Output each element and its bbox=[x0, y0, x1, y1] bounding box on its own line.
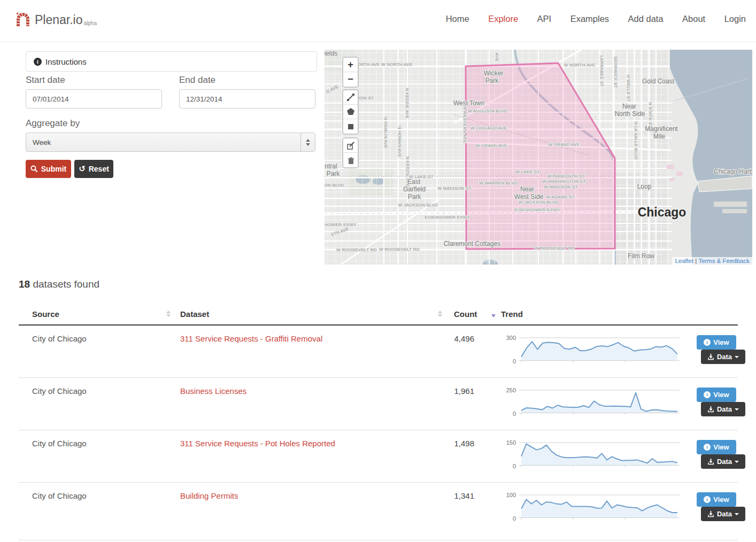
map-label: ields bbox=[325, 50, 337, 57]
caret-down-icon bbox=[735, 408, 739, 411]
map-label: East bbox=[407, 178, 421, 185]
map-label: Claremont Cottages bbox=[444, 240, 501, 247]
search-icon bbox=[30, 165, 38, 173]
sort-desc-icon[interactable] bbox=[491, 314, 496, 318]
data-button[interactable]: Data bbox=[701, 454, 745, 469]
results-suffix: datasets found bbox=[33, 278, 99, 290]
terms-feedback-link[interactable]: Terms & Feedback bbox=[698, 258, 750, 264]
map-label: ORTH AVE W NORTH AVE bbox=[357, 62, 412, 67]
map-label: EISENHOWER EXWY bbox=[515, 207, 560, 212]
sort-icon-source[interactable] bbox=[166, 311, 171, 317]
aggregate-select[interactable]: Week bbox=[26, 133, 315, 152]
map-label: North Side bbox=[615, 110, 645, 118]
count-cell: 1,961 bbox=[409, 386, 474, 396]
map-label: W LAKE ST bbox=[515, 169, 539, 174]
trend-cell: 1500 bbox=[501, 430, 685, 473]
nav-add-data[interactable]: Add data bbox=[628, 14, 664, 24]
nav-home[interactable]: Home bbox=[446, 14, 469, 24]
draw-polygon-icon[interactable] bbox=[343, 105, 358, 119]
map-label: LARRABEE ST bbox=[599, 56, 604, 87]
view-button[interactable]: iView bbox=[697, 335, 736, 350]
map-label: West Side bbox=[514, 193, 544, 200]
draw-rectangle-icon[interactable] bbox=[343, 119, 358, 134]
results-heading: 18 datasets found bbox=[19, 278, 99, 290]
draw-polyline-icon[interactable] bbox=[343, 90, 358, 105]
submit-label: Submit bbox=[41, 165, 66, 173]
info-icon: i bbox=[34, 58, 42, 66]
count-cell: 1,341 bbox=[409, 491, 474, 500]
brand[interactable]: Plenar.io alpha bbox=[16, 12, 97, 27]
aggregate-label: Aggregate by bbox=[26, 118, 80, 129]
map-label: W ROOSEVELT RD bbox=[336, 247, 377, 252]
dataset-link[interactable]: 311 Service Requests - Graffiti Removal bbox=[180, 334, 322, 343]
reset-button[interactable]: ↺ Reset bbox=[74, 160, 113, 178]
brand-name: Plenar.io bbox=[35, 13, 83, 27]
map-label: Park bbox=[327, 170, 341, 177]
trend-sparkline bbox=[519, 442, 680, 468]
nav-login[interactable]: Login bbox=[724, 14, 746, 24]
map-label: Park bbox=[485, 77, 499, 84]
trend-ymin-label: 0 bbox=[501, 411, 516, 417]
edit-icon[interactable] bbox=[343, 138, 358, 153]
data-button[interactable]: Data bbox=[701, 507, 745, 521]
dataset-link[interactable]: Building Permits bbox=[180, 491, 238, 500]
reset-icon: ↺ bbox=[79, 165, 86, 173]
map-label: Near bbox=[520, 185, 534, 193]
source-cell: City of Chicago bbox=[32, 491, 87, 500]
end-date-label: End date bbox=[179, 75, 215, 86]
brand-suffix: alpha bbox=[84, 20, 97, 26]
zoom-in-button[interactable]: + bbox=[343, 58, 358, 72]
info-icon: i bbox=[704, 496, 711, 503]
info-icon: i bbox=[704, 391, 711, 398]
download-icon bbox=[707, 510, 714, 517]
sort-icon-dataset[interactable] bbox=[438, 311, 442, 317]
map-label: AVE bbox=[495, 53, 499, 61]
map-label: W AUGUSTA BLVD bbox=[468, 109, 507, 113]
map-label: HOWER EXWY bbox=[325, 222, 357, 227]
data-button[interactable]: Data bbox=[701, 402, 745, 416]
zoom-out-button[interactable]: − bbox=[343, 72, 358, 87]
trend-sparkline bbox=[519, 494, 680, 521]
nav-examples[interactable]: Examples bbox=[570, 14, 609, 24]
view-button[interactable]: iView bbox=[697, 440, 736, 454]
nav-explore[interactable]: Explore bbox=[488, 14, 518, 24]
data-button[interactable]: Data bbox=[701, 350, 745, 364]
view-button[interactable]: iView bbox=[697, 388, 736, 402]
map-label: EISENHOWER EXWY bbox=[425, 215, 470, 220]
map-label: Chicago bbox=[638, 205, 686, 219]
trend-ymin-label: 0 bbox=[501, 515, 516, 522]
map-label: W ROOSEVELT RD bbox=[379, 247, 420, 252]
col-source[interactable]: Source bbox=[32, 309, 59, 319]
map[interactable]: ieldsORTH AVE W NORTH AVEW NORTH AVED AV… bbox=[325, 50, 752, 265]
map-attribution: Leaflet | Terms & Feedback bbox=[672, 257, 752, 265]
info-icon: i bbox=[704, 444, 711, 451]
start-date-input[interactable] bbox=[26, 89, 162, 109]
info-icon: i bbox=[704, 339, 711, 346]
dataset-link[interactable]: Business Licenses bbox=[180, 386, 246, 396]
map-label: W MADISON ST bbox=[437, 186, 471, 191]
trend-sparkline bbox=[519, 389, 680, 416]
submit-button[interactable]: Submit bbox=[26, 160, 71, 178]
source-cell: City of Chicago bbox=[32, 334, 87, 343]
caret-down-icon bbox=[735, 461, 739, 463]
nav-api[interactable]: API bbox=[537, 14, 552, 24]
end-date-input[interactable] bbox=[179, 89, 315, 109]
col-trend: Trend bbox=[501, 309, 523, 319]
view-button[interactable]: iView bbox=[697, 492, 736, 507]
map-label: SEDGWICK ST bbox=[613, 56, 618, 88]
nav-about[interactable]: About bbox=[682, 14, 705, 24]
map-label: N WESTERN AVE bbox=[462, 106, 467, 143]
filter-panel: i Instructions Start date End date Aggre… bbox=[26, 50, 317, 181]
map-label: ntral bbox=[325, 162, 337, 170]
instructions-button[interactable]: i Instructions bbox=[26, 51, 317, 72]
map-label: W ADAMS ST bbox=[546, 195, 574, 199]
table-row: City of Chicago311 Service Requests - Gr… bbox=[19, 326, 738, 377]
trash-icon[interactable] bbox=[343, 153, 358, 167]
map-label: W JACKSON BLVD bbox=[519, 200, 558, 205]
col-dataset[interactable]: Dataset bbox=[180, 309, 209, 319]
source-cell: City of Chicago bbox=[32, 386, 87, 396]
col-count[interactable]: Count bbox=[454, 309, 477, 319]
leaflet-link[interactable]: Leaflet bbox=[675, 258, 693, 264]
map-label: Near bbox=[622, 103, 636, 110]
dataset-link[interactable]: 311 Service Requests - Pot Holes Reporte… bbox=[180, 439, 335, 448]
